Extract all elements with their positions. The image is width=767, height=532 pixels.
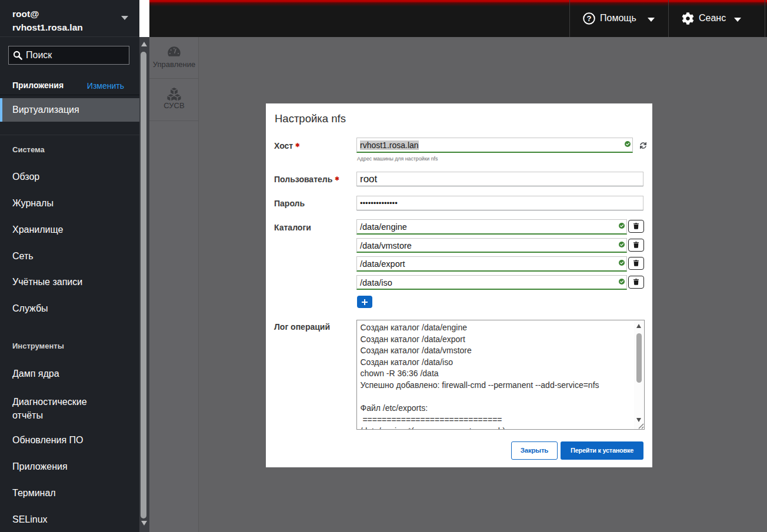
svg-text:?: ?: [587, 14, 592, 23]
